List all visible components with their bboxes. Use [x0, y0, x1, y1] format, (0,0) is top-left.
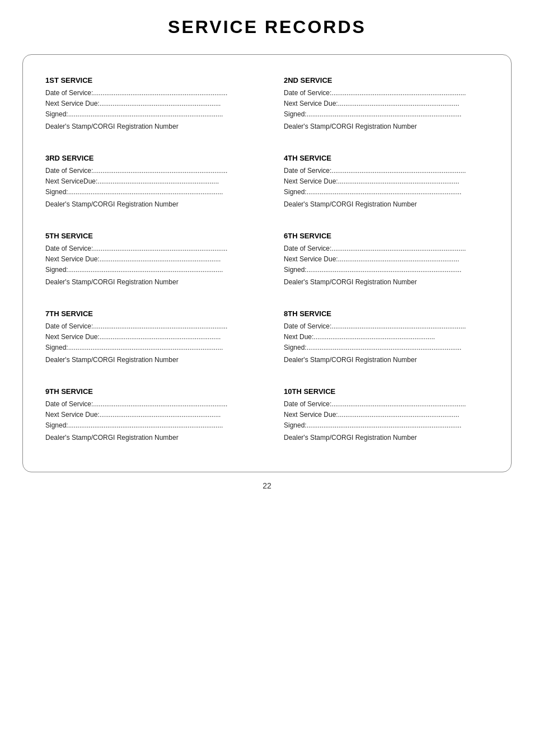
- 6th-service-line-3: Dealer's Stamp/CORGI Registration Number: [284, 278, 483, 286]
- 4th-service-heading: 4TH SERVICE: [284, 154, 483, 162]
- 2nd-service-line-3: Dealer's Stamp/CORGI Registration Number: [284, 123, 483, 130]
- 10th-service-line-0: Date of Service:........................…: [284, 400, 483, 408]
- 8th-service-line-3: Dealer's Stamp/CORGI Registration Number: [284, 356, 483, 364]
- main-box: 1ST SERVICEDate of Service:.............…: [22, 54, 512, 472]
- 4th-service-line-0: Date of Service:........................…: [284, 167, 483, 175]
- 3rd-service-line-1: Next ServiceDue:........................…: [45, 177, 250, 185]
- 2nd-service-line-2: Signed:.................................…: [284, 110, 483, 118]
- 1st-service-heading: 1ST SERVICE: [45, 76, 250, 84]
- 6th-service-block: 6TH SERVICEDate of Service:.............…: [267, 222, 494, 299]
- 10th-service-line-2: Signed:.................................…: [284, 421, 483, 429]
- 3rd-service-line-2: Signed:.................................…: [45, 188, 250, 196]
- 10th-service-heading: 10TH SERVICE: [284, 387, 483, 396]
- services-grid: 1ST SERVICEDate of Service:.............…: [40, 66, 494, 455]
- 1st-service-line-0: Date of Service:........................…: [45, 89, 250, 97]
- 4th-service-block: 4TH SERVICEDate of Service:.............…: [267, 144, 494, 222]
- 9th-service-line-0: Date of Service:........................…: [45, 400, 250, 408]
- 8th-service-line-1: Next Due:...............................…: [284, 333, 483, 341]
- 8th-service-line-2: Signed:.................................…: [284, 344, 483, 351]
- 5th-service-heading: 5TH SERVICE: [45, 232, 250, 240]
- 8th-service-line-0: Date of Service:........................…: [284, 322, 483, 330]
- 7th-service-line-3: Dealer's Stamp/CORGI Registration Number: [45, 356, 250, 364]
- 7th-service-block: 7TH SERVICEDate of Service:.............…: [40, 299, 267, 377]
- 6th-service-line-0: Date of Service:........................…: [284, 245, 483, 252]
- 3rd-service-heading: 3RD SERVICE: [45, 154, 250, 162]
- 10th-service-line-3: Dealer's Stamp/CORGI Registration Number: [284, 434, 483, 442]
- 9th-service-line-2: Signed:.................................…: [45, 421, 250, 429]
- 5th-service-line-1: Next Service Due:.......................…: [45, 255, 250, 263]
- 5th-service-block: 5TH SERVICEDate of Service:.............…: [40, 222, 267, 299]
- page: SERVICE RECORDS 1ST SERVICEDate of Servi…: [0, 0, 534, 756]
- 2nd-service-block: 2ND SERVICEDate of Service:.............…: [267, 66, 494, 144]
- 2nd-service-line-0: Date of Service:........................…: [284, 89, 483, 97]
- 10th-service-block: 10TH SERVICEDate of Service:............…: [267, 377, 494, 455]
- 3rd-service-line-3: Dealer's Stamp/CORGI Registration Number: [45, 200, 250, 208]
- 4th-service-line-3: Dealer's Stamp/CORGI Registration Number: [284, 200, 483, 208]
- 7th-service-line-1: Next Service Due:.......................…: [45, 333, 250, 341]
- 6th-service-line-2: Signed:.................................…: [284, 266, 483, 274]
- 7th-service-heading: 7TH SERVICE: [45, 309, 250, 318]
- 9th-service-heading: 9TH SERVICE: [45, 387, 250, 396]
- 6th-service-heading: 6TH SERVICE: [284, 232, 483, 240]
- 7th-service-line-0: Date of Service:........................…: [45, 322, 250, 330]
- 1st-service-line-2: Signed:.................................…: [45, 110, 250, 118]
- 4th-service-line-2: Signed:.................................…: [284, 188, 483, 196]
- 4th-service-line-1: Next Service Due:.......................…: [284, 177, 483, 185]
- 5th-service-line-2: Signed:.................................…: [45, 266, 250, 274]
- 9th-service-line-3: Dealer's Stamp/CORGI Registration Number: [45, 434, 250, 442]
- 1st-service-line-3: Dealer's Stamp/CORGI Registration Number: [45, 123, 250, 130]
- 6th-service-line-1: Next Service Due:.......................…: [284, 255, 483, 263]
- 3rd-service-block: 3RD SERVICEDate of Service:.............…: [40, 144, 267, 222]
- 7th-service-line-2: Signed:.................................…: [45, 344, 250, 351]
- 10th-service-line-1: Next Service Due:.......................…: [284, 411, 483, 419]
- 5th-service-line-3: Dealer's Stamp/CORGI Registration Number: [45, 278, 250, 286]
- 1st-service-block: 1ST SERVICEDate of Service:.............…: [40, 66, 267, 144]
- 8th-service-block: 8TH SERVICEDate of Service:.............…: [267, 299, 494, 377]
- 9th-service-line-1: Next Service Due:.......................…: [45, 411, 250, 419]
- page-title: SERVICE RECORDS: [22, 17, 512, 37]
- 1st-service-line-1: Next Service Due:.......................…: [45, 100, 250, 107]
- 2nd-service-line-1: Next Service Due:.......................…: [284, 100, 483, 107]
- 5th-service-line-0: Date of Service:........................…: [45, 245, 250, 252]
- 9th-service-block: 9TH SERVICEDate of Service:.............…: [40, 377, 267, 455]
- 2nd-service-heading: 2ND SERVICE: [284, 76, 483, 84]
- 8th-service-heading: 8TH SERVICE: [284, 309, 483, 318]
- 3rd-service-line-0: Date of Service:........................…: [45, 167, 250, 175]
- page-number: 22: [22, 481, 512, 490]
